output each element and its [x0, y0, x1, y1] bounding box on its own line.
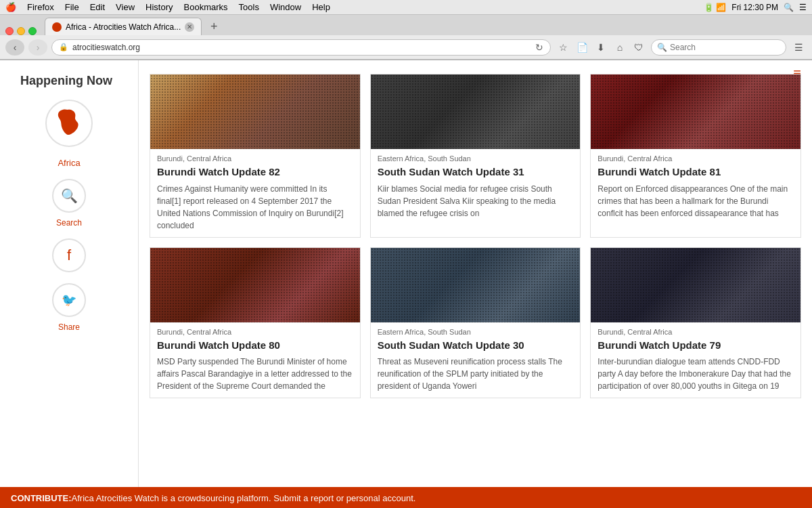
article-region: Burundi, Central Africa — [157, 328, 353, 336]
article-excerpt: Report on Enforced disappearances One of… — [597, 183, 794, 219]
menu-bar-right: 🔋 📶 Fri 12:30 PM 🔍 ☰ — [704, 3, 807, 12]
article-body: Eastern Africa, South Sudan South Sudan … — [371, 322, 581, 398]
menu-bar: 🍎 Firefox File Edit View History Bookmar… — [0, 0, 812, 15]
article-title[interactable]: Burundi Watch Update 79 — [597, 339, 794, 352]
article-region: Burundi, Central Africa — [157, 154, 353, 163]
menu-file[interactable]: File — [65, 2, 79, 12]
article-image — [371, 75, 581, 149]
article-image — [150, 248, 360, 322]
article-body: Burundi, Central Africa Burundi Watch Up… — [150, 322, 360, 398]
back-button[interactable]: ‹ — [5, 39, 24, 56]
shield-icon[interactable]: 🛡 — [631, 39, 647, 56]
tab-favicon — [52, 22, 62, 32]
image-texture — [371, 75, 581, 149]
article-card[interactable]: Burundi, Central Africa Burundi Watch Up… — [590, 74, 801, 238]
active-tab[interactable]: Africa - Atrocities Watch Africa... ✕ — [45, 18, 202, 35]
article-region: Burundi, Central Africa — [597, 154, 794, 163]
security-icon: 🔒 — [59, 43, 68, 51]
apple-menu[interactable]: 🍎 — [5, 2, 16, 12]
article-title[interactable]: Burundi Watch Update 82 — [157, 165, 353, 179]
happening-now-text: Happening Now — [20, 74, 112, 89]
image-texture — [591, 248, 800, 322]
reload-button[interactable]: ↻ — [535, 42, 543, 53]
system-icons: 🔋 📶 — [704, 3, 726, 12]
menu-bookmarks[interactable]: Bookmarks — [184, 2, 228, 12]
search-label[interactable]: Search — [56, 218, 82, 228]
menu-edit[interactable]: Edit — [90, 2, 105, 12]
menu-window[interactable]: Window — [270, 2, 301, 12]
traffic-lights — [5, 27, 37, 35]
url-text: atrocitieswatch.org — [72, 43, 531, 52]
footer-bar: CONTRIBUTE: Africa Atrocities Watch is a… — [0, 487, 812, 508]
article-image — [591, 248, 800, 322]
menu-icon[interactable]: ☰ — [790, 39, 807, 56]
article-region: Burundi, Central Africa — [597, 328, 794, 336]
twitter-icon: 🐦 — [62, 293, 76, 308]
africa-map-button[interactable] — [45, 100, 93, 147]
happening-now: Happening Now — [20, 74, 112, 89]
search-icon: 🔍 — [61, 188, 78, 204]
download-icon[interactable]: ⬇ — [593, 39, 609, 56]
article-card[interactable]: Burundi, Central Africa Burundi Watch Up… — [150, 74, 361, 238]
reader-view-icon[interactable]: 📄 — [574, 39, 590, 56]
article-card[interactable]: Burundi, Central Africa Burundi Watch Up… — [590, 247, 801, 399]
main-content: ≡ Burundi, Central Africa Burundi Watch … — [139, 60, 812, 487]
article-card[interactable]: Eastern Africa, South Sudan South Sudan … — [370, 74, 581, 238]
minimize-window-button[interactable] — [17, 27, 25, 35]
url-bar[interactable]: 🔒 atrocitieswatch.org ↻ — [51, 39, 551, 56]
sidebar: Happening Now Africa 🔍 Search f 🐦 Share — [0, 60, 139, 487]
article-region: Eastern Africa, South Sudan — [378, 154, 574, 163]
spotlight-icon[interactable]: 🔍 — [784, 3, 794, 12]
menu-help[interactable]: Help — [312, 2, 330, 12]
article-excerpt: Inter-burundian dialogue team attends CN… — [597, 356, 794, 392]
article-body: Burundi, Central Africa Burundi Watch Up… — [591, 322, 800, 398]
article-excerpt: Kiir blames Social media for refugee cri… — [378, 183, 574, 219]
article-title[interactable]: South Sudan Watch Update 31 — [378, 165, 574, 179]
article-excerpt: MSD Party suspended The Burundi Minister… — [157, 356, 353, 392]
article-card[interactable]: Burundi, Central Africa Burundi Watch Up… — [150, 247, 361, 399]
article-excerpt: Threat as Museveni reunification process… — [378, 356, 574, 392]
notifications-icon[interactable]: ☰ — [799, 3, 807, 12]
menu-history[interactable]: History — [145, 2, 173, 12]
new-tab-button[interactable]: + — [204, 18, 223, 35]
image-texture — [591, 75, 800, 149]
article-title[interactable]: Burundi Watch Update 80 — [157, 339, 353, 352]
browser-chrome: Africa - Atrocities Watch Africa... ✕ + … — [0, 15, 812, 60]
facebook-icon: f — [67, 247, 71, 264]
article-body: Eastern Africa, South Sudan South Sudan … — [371, 149, 581, 225]
nav-bar: ‹ › 🔒 atrocitieswatch.org ↻ ☆ 📄 ⬇ ⌂ 🛡 🔍 … — [0, 35, 812, 60]
tab-bar: Africa - Atrocities Watch Africa... ✕ + — [0, 15, 812, 35]
article-title[interactable]: South Sudan Watch Update 30 — [378, 339, 574, 352]
twitter-button[interactable]: 🐦 — [52, 283, 86, 317]
nav-icons: ☆ 📄 ⬇ ⌂ 🛡 — [555, 39, 647, 56]
article-card[interactable]: Eastern Africa, South Sudan South Sudan … — [370, 247, 581, 399]
africa-label[interactable]: Africa — [58, 158, 80, 168]
search-input[interactable] — [670, 43, 780, 52]
contribute-label: CONTRIBUTE: — [11, 493, 72, 503]
article-image — [150, 75, 360, 149]
search-button[interactable]: 🔍 — [52, 179, 86, 213]
share-label[interactable]: Share — [58, 322, 80, 332]
forward-button[interactable]: › — [28, 39, 47, 56]
page-content: Happening Now Africa 🔍 Search f 🐦 Share … — [0, 60, 812, 487]
article-body: Burundi, Central Africa Burundi Watch Up… — [591, 149, 800, 225]
tab-close-button[interactable]: ✕ — [185, 22, 194, 32]
image-texture — [150, 75, 360, 149]
search-icon: 🔍 — [657, 43, 667, 52]
image-texture — [150, 248, 360, 322]
menu-firefox[interactable]: Firefox — [27, 2, 54, 12]
footer-text: Africa Atrocities Watch is a crowdsourci… — [72, 493, 416, 503]
home-icon[interactable]: ⌂ — [612, 39, 628, 56]
menu-tools[interactable]: Tools — [239, 2, 259, 12]
facebook-button[interactable]: f — [52, 238, 86, 272]
article-body: Burundi, Central Africa Burundi Watch Up… — [150, 149, 360, 237]
close-window-button[interactable] — [5, 27, 14, 35]
menu-view[interactable]: View — [116, 2, 135, 12]
browser-search-bar[interactable]: 🔍 — [651, 39, 786, 56]
maximize-window-button[interactable] — [28, 27, 37, 35]
image-texture — [371, 248, 581, 322]
article-title[interactable]: Burundi Watch Update 81 — [597, 165, 794, 179]
tab-title: Africa - Atrocities Watch Africa... — [66, 22, 181, 32]
article-image — [371, 248, 581, 322]
bookmark-star-icon[interactable]: ☆ — [555, 39, 571, 56]
